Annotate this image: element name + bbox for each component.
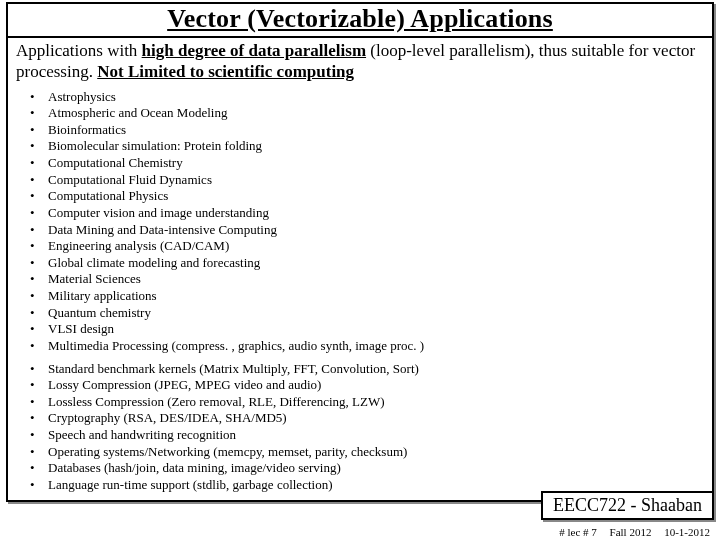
bullet-icon: • [30,122,48,139]
list-item: •Speech and handwriting recognition [30,427,704,444]
list-item-text: Bioinformatics [48,122,704,139]
list-item: •Computational Physics [30,188,704,205]
list-item-text: Lossless Compression (Zero removal, RLE,… [48,394,704,411]
list-item: •VLSI design [30,321,704,338]
list-item-text: VLSI design [48,321,704,338]
subtitle-emph2: Not Limited to scientific computing [97,62,354,81]
list-item: •Lossy Compression (JPEG, MPEG video and… [30,377,704,394]
bullet-icon: • [30,444,48,461]
list-item-text: Databases (hash/join, data mining, image… [48,460,704,477]
bullet-icon: • [30,238,48,255]
list-item-text: Computational Physics [48,188,704,205]
list-item-text: Atmospheric and Ocean Modeling [48,105,704,122]
list-item: •Atmospheric and Ocean Modeling [30,105,704,122]
subtitle-emph1: high degree of data parallelism [142,41,366,60]
application-list-secondary: •Standard benchmark kernels (Matrix Mult… [8,355,712,494]
bullet-icon: • [30,410,48,427]
bullet-icon: • [30,338,48,355]
list-item-text: Lossy Compression (JPEG, MPEG video and … [48,377,704,394]
bullet-icon: • [30,138,48,155]
list-item: •Databases (hash/join, data mining, imag… [30,460,704,477]
bullet-icon: • [30,255,48,272]
list-item: •Computational Fluid Dynamics [30,172,704,189]
list-item: •Bioinformatics [30,122,704,139]
list-item: •Multimedia Processing (compress. , grap… [30,338,704,355]
title-container: Vector (Vectorizable) Applications [8,4,712,38]
bullet-icon: • [30,321,48,338]
list-item-text: Multimedia Processing (compress. , graph… [48,338,704,355]
list-item-text: Biomolecular simulation: Protein folding [48,138,704,155]
subtitle: Applications with high degree of data pa… [8,38,712,85]
bullet-icon: • [30,361,48,378]
list-item: •Computational Chemistry [30,155,704,172]
bullet-icon: • [30,105,48,122]
bullet-icon: • [30,305,48,322]
term-label: Fall 2012 [610,526,652,538]
bullet-icon: • [30,89,48,106]
bullet-icon: • [30,460,48,477]
list-item-text: Data Mining and Data-intensive Computing [48,222,704,239]
list-item-text: Computer vision and image understanding [48,205,704,222]
list-item-text: Engineering analysis (CAD/CAM) [48,238,704,255]
bullet-icon: • [30,288,48,305]
list-item-text: Material Sciences [48,271,704,288]
bullet-icon: • [30,222,48,239]
list-item-text: Astrophysics [48,89,704,106]
list-item-text: Military applications [48,288,704,305]
bullet-icon: • [30,427,48,444]
slide-frame: Vector (Vectorizable) Applications Appli… [6,2,714,502]
list-item-text: Quantum chemistry [48,305,704,322]
date-label: 10-1-2012 [664,526,710,538]
bullet-icon: • [30,188,48,205]
bullet-icon: • [30,155,48,172]
lecture-number: # lec # 7 [559,526,597,538]
list-item: •Military applications [30,288,704,305]
list-item: •Engineering analysis (CAD/CAM) [30,238,704,255]
list-item: •Lossless Compression (Zero removal, RLE… [30,394,704,411]
bullet-icon: • [30,271,48,288]
list-item-text: Standard benchmark kernels (Matrix Multi… [48,361,704,378]
list-item-text: Computational Chemistry [48,155,704,172]
list-item: •Standard benchmark kernels (Matrix Mult… [30,361,704,378]
application-list-primary: •Astrophysics•Atmospheric and Ocean Mode… [8,85,712,355]
list-item-text: Global climate modeling and forecasting [48,255,704,272]
list-item: •Astrophysics [30,89,704,106]
bullet-icon: • [30,394,48,411]
list-item: •Operating systems/Networking (memcpy, m… [30,444,704,461]
bullet-icon: • [30,172,48,189]
bullet-icon: • [30,377,48,394]
list-item: •Material Sciences [30,271,704,288]
course-footer-box: EECC722 - Shaaban [541,491,714,520]
footer-meta: # lec # 7 Fall 2012 10-1-2012 [549,526,710,538]
list-item: •Computer vision and image understanding [30,205,704,222]
bullet-icon: • [30,477,48,494]
course-label: EECC722 - Shaaban [553,495,702,515]
list-item-text: Computational Fluid Dynamics [48,172,704,189]
list-item: •Cryptography (RSA, DES/IDEA, SHA/MD5) [30,410,704,427]
subtitle-part1: Applications with [16,41,142,60]
bullet-icon: • [30,205,48,222]
list-item-text: Speech and handwriting recognition [48,427,704,444]
list-item: •Data Mining and Data-intensive Computin… [30,222,704,239]
page-title: Vector (Vectorizable) Applications [16,4,704,34]
list-item-text: Operating systems/Networking (memcpy, me… [48,444,704,461]
list-item: •Global climate modeling and forecasting [30,255,704,272]
list-item: •Biomolecular simulation: Protein foldin… [30,138,704,155]
list-item-text: Cryptography (RSA, DES/IDEA, SHA/MD5) [48,410,704,427]
list-item: •Quantum chemistry [30,305,704,322]
